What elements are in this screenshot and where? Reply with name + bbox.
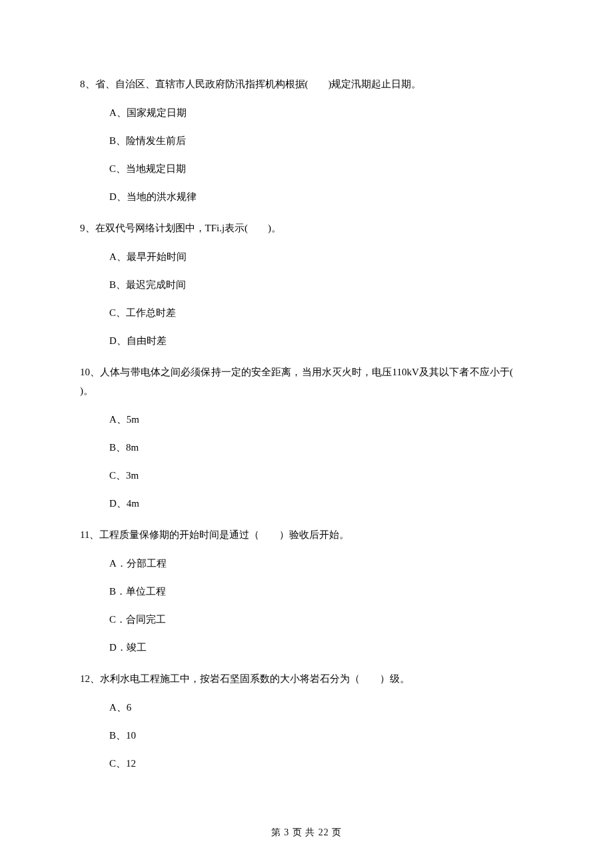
question-11-opt-a: A．分部工程 — [109, 556, 533, 571]
question-11-opt-c: C．合同完工 — [109, 612, 533, 627]
question-10-blank — [513, 363, 533, 381]
question-12-opt-a: A、6 — [109, 700, 533, 715]
question-9-opt-b: B、最迟完成时间 — [109, 277, 533, 292]
page-footer: 第 3 页 共 22 页 — [0, 827, 613, 839]
question-11-opt-b: B．单位工程 — [109, 584, 533, 599]
question-10-options: A、5m B、8m C、3m D、4m — [109, 412, 533, 511]
question-12-blank — [360, 669, 380, 688]
question-8-post: )规定汛期起止日期。 — [328, 79, 422, 89]
question-11-blank — [259, 525, 279, 544]
question-8-pre: 省、自治区、直辖市人民政府防汛指挥机构根据( — [95, 79, 308, 89]
question-10-opt-c: C、3m — [109, 468, 533, 483]
question-11-post: ）验收后开始。 — [279, 529, 349, 540]
question-12-num: 12、 — [80, 673, 100, 684]
question-10-pre: 人体与带电体之间必须保持一定的安全距离，当用水灭火时，电压110kV及其以下者不… — [100, 367, 513, 377]
question-8-opt-b: B、险情发生前后 — [109, 133, 533, 148]
question-9-blank — [248, 219, 268, 237]
question-10-opt-b: B、8m — [109, 440, 533, 455]
question-12-pre: 水利水电工程施工中，按岩石坚固系数的大小将岩石分为（ — [100, 673, 360, 684]
question-8-blank — [308, 75, 328, 93]
question-12-options: A、6 B、10 C、12 — [109, 700, 533, 771]
question-10-num: 10、 — [80, 367, 100, 377]
question-12-opt-b: B、10 — [109, 728, 533, 743]
question-9-options: A、最早开始时间 B、最迟完成时间 C、工作总时差 D、自由时差 — [109, 249, 533, 348]
question-12-opt-c: C、12 — [109, 756, 533, 771]
question-9-text: 9、在双代号网络计划图中，TFi.j表示( )。 — [80, 219, 533, 237]
question-11-num: 11、 — [80, 529, 99, 540]
question-9-opt-c: C、工作总时差 — [109, 305, 533, 320]
question-9-post: )。 — [268, 223, 281, 233]
question-9: 9、在双代号网络计划图中，TFi.j表示( )。 A、最早开始时间 B、最迟完成… — [80, 219, 533, 348]
question-12-text: 12、水利水电工程施工中，按岩石坚固系数的大小将岩石分为（ ）级。 — [80, 669, 533, 688]
question-11-opt-d: D．竣工 — [109, 640, 533, 655]
question-9-num: 9、 — [80, 223, 95, 233]
question-11-text: 11、工程质量保修期的开始时间是通过（ ）验收后开始。 — [80, 525, 533, 544]
page: 8、省、自治区、直辖市人民政府防汛指挥机构根据( )规定汛期起止日期。 A、国家… — [0, 0, 613, 868]
question-8-options: A、国家规定日期 B、险情发生前后 C、当地规定日期 D、当地的洪水规律 — [109, 105, 533, 204]
question-12-post: ）级。 — [380, 673, 410, 684]
question-10-post: )。 — [80, 385, 93, 396]
question-10-opt-a: A、5m — [109, 412, 533, 427]
question-12: 12、水利水电工程施工中，按岩石坚固系数的大小将岩石分为（ ）级。 A、6 B、… — [80, 669, 533, 771]
question-10-text: 10、人体与带电体之间必须保持一定的安全距离，当用水灭火时，电压110kV及其以… — [80, 363, 533, 400]
question-9-opt-d: D、自由时差 — [109, 333, 533, 348]
question-11: 11、工程质量保修期的开始时间是通过（ ）验收后开始。 A．分部工程 B．单位工… — [80, 525, 533, 655]
question-9-opt-a: A、最早开始时间 — [109, 249, 533, 264]
question-10: 10、人体与带电体之间必须保持一定的安全距离，当用水灭火时，电压110kV及其以… — [80, 363, 533, 511]
question-11-options: A．分部工程 B．单位工程 C．合同完工 D．竣工 — [109, 556, 533, 655]
question-10-opt-d: D、4m — [109, 496, 533, 511]
question-8: 8、省、自治区、直辖市人民政府防汛指挥机构根据( )规定汛期起止日期。 A、国家… — [80, 75, 533, 204]
question-8-opt-a: A、国家规定日期 — [109, 105, 533, 120]
question-8-opt-c: C、当地规定日期 — [109, 161, 533, 176]
question-8-opt-d: D、当地的洪水规律 — [109, 189, 533, 204]
question-11-pre: 工程质量保修期的开始时间是通过（ — [99, 529, 259, 540]
question-8-num: 8、 — [80, 79, 95, 89]
question-8-text: 8、省、自治区、直辖市人民政府防汛指挥机构根据( )规定汛期起止日期。 — [80, 75, 533, 93]
question-9-pre: 在双代号网络计划图中，TFi.j表示( — [95, 223, 249, 233]
